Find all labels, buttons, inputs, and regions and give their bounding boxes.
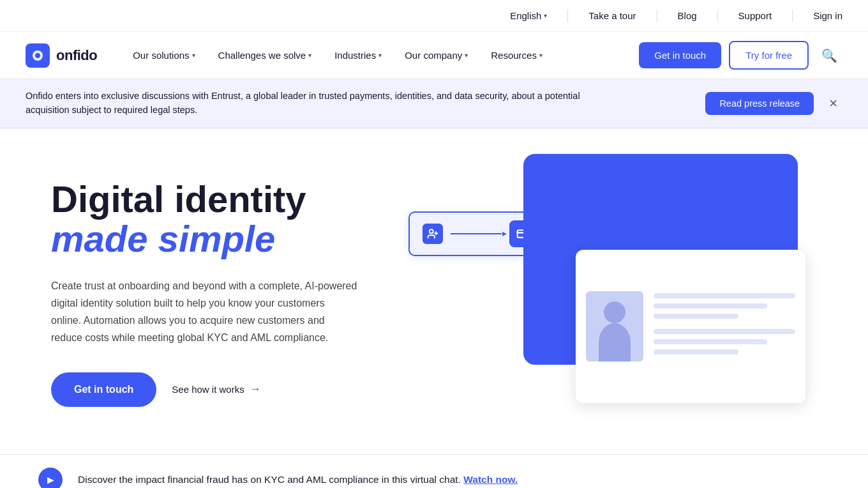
id-photo	[586, 291, 643, 362]
resources-chevron: ▾	[539, 52, 542, 59]
try-free-label: Try for free	[745, 50, 792, 61]
try-for-free-button[interactable]: Try for free	[729, 41, 809, 70]
take-tour-label: Take a tour	[588, 10, 636, 21]
top-divider-4	[792, 10, 793, 22]
id-details	[654, 293, 795, 360]
lang-chevron: ▾	[544, 12, 547, 19]
logo-text: onfido	[56, 47, 97, 64]
bottom-banner-main-text: Discover the impact financial fraud has …	[78, 474, 461, 485]
bottom-banner: ▶ Discover the impact financial fraud ha…	[0, 454, 868, 489]
nav-company[interactable]: Our company ▾	[394, 45, 478, 66]
top-divider-2	[657, 10, 657, 22]
tour-arrow: →	[250, 383, 261, 396]
id-card-preview	[576, 250, 805, 403]
industries-label: Industries	[334, 50, 376, 61]
blog-link[interactable]: Blog	[678, 10, 697, 21]
support-link[interactable]: Support	[738, 10, 772, 21]
nav-actions: Get in touch Try for free 🔍	[639, 41, 842, 70]
announcement-bar: Onfido enters into exclusive discussions…	[0, 79, 868, 128]
svg-point-1	[35, 53, 40, 58]
hero-see-how-link[interactable]: See how it works →	[172, 383, 260, 396]
id-line-6	[654, 349, 738, 355]
nav-links: Our solutions ▾ Challenges we solve ▾ In…	[123, 45, 639, 66]
announcement-actions: Read press release ×	[705, 92, 842, 115]
read-press-release-button[interactable]: Read press release	[705, 92, 814, 115]
get-in-touch-button[interactable]: Get in touch	[639, 42, 721, 68]
support-label: Support	[738, 10, 772, 21]
blog-label: Blog	[678, 10, 697, 21]
id-line-5	[654, 339, 767, 344]
solutions-label: Our solutions	[133, 50, 189, 61]
hero-section: Digital identity made simple Create trus…	[0, 128, 868, 454]
hero-title-line1: Digital identity	[51, 179, 408, 220]
hero-actions: Get in touch See how it works →	[51, 372, 408, 407]
user-plus-icon	[423, 224, 443, 244]
top-bar: English ▾ Take a tour Blog Support Sign …	[0, 0, 868, 32]
get-in-touch-label: Get in touch	[654, 50, 706, 61]
hero-title-line2: made simple	[51, 219, 408, 259]
solutions-chevron: ▾	[192, 52, 195, 59]
announcement-close-button[interactable]: ×	[824, 93, 842, 114]
id-line-1	[654, 293, 795, 298]
industries-chevron: ▾	[378, 52, 382, 59]
hero-description: Create trust at onboarding and beyond wi…	[51, 277, 357, 347]
top-divider-1	[567, 10, 568, 22]
sign-in-link[interactable]: Sign in	[813, 10, 842, 21]
bottom-banner-text: Discover the impact financial fraud has …	[78, 472, 518, 487]
top-divider-3	[717, 10, 718, 22]
id-line-3	[654, 314, 738, 319]
play-button[interactable]: ▶	[38, 468, 63, 488]
hero-content: Digital identity made simple Create trus…	[51, 173, 408, 407]
company-label: Our company	[405, 50, 462, 61]
hero-get-in-touch-button[interactable]: Get in touch	[51, 372, 156, 407]
nav-resources[interactable]: Resources ▾	[481, 45, 553, 66]
watch-now-link[interactable]: Watch now.	[463, 474, 518, 485]
svg-point-2	[430, 229, 433, 233]
nav-challenges[interactable]: Challenges we solve ▾	[208, 45, 322, 66]
logo-area[interactable]: onfido	[26, 43, 97, 68]
company-chevron: ▾	[465, 52, 468, 59]
announcement-text: Onfido enters into exclusive discussions…	[26, 89, 600, 118]
id-line-4	[654, 329, 795, 334]
tour-label: See how it works	[172, 384, 244, 395]
main-nav: onfido Our solutions ▾ Challenges we sol…	[0, 32, 868, 79]
hero-visual	[408, 173, 817, 416]
connector-line	[451, 233, 502, 234]
logo-icon	[26, 43, 50, 68]
nav-industries[interactable]: Industries ▾	[324, 45, 392, 66]
sign-in-label: Sign in	[813, 10, 842, 21]
play-icon: ▶	[47, 475, 54, 485]
english-lang-selector[interactable]: English ▾	[510, 10, 547, 21]
id-line-2	[654, 303, 767, 309]
search-icon: 🔍	[821, 49, 837, 63]
search-button[interactable]: 🔍	[816, 43, 842, 68]
hero-cta-label: Get in touch	[74, 384, 133, 395]
challenges-label: Challenges we solve	[218, 50, 306, 61]
take-a-tour-link[interactable]: Take a tour	[588, 10, 636, 21]
nav-solutions[interactable]: Our solutions ▾	[123, 45, 205, 66]
challenges-chevron: ▾	[308, 52, 311, 59]
english-label: English	[510, 10, 541, 21]
resources-label: Resources	[491, 50, 537, 61]
